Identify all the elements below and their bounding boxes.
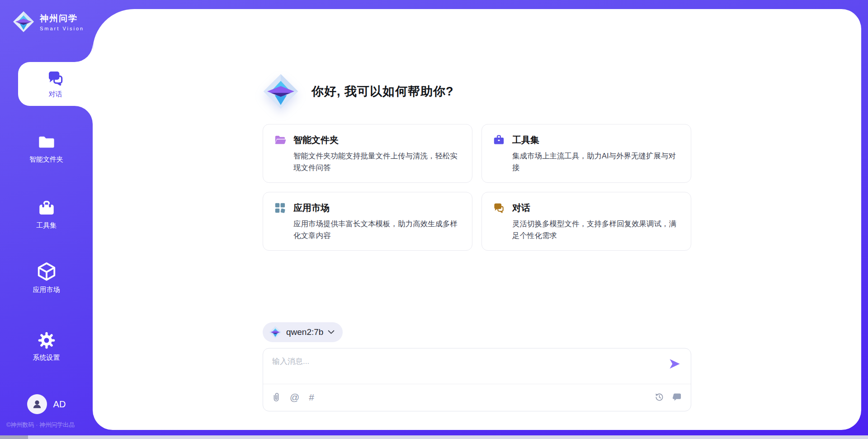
brand-diamond-icon <box>263 73 299 110</box>
card-toolset[interactable]: 工具集 集成市场上主流工具，助力AI与外界无缝扩展与对接 <box>481 124 691 183</box>
card-app-market[interactable]: 应用市场 应用市场提供丰富长文本模板，助力高效生成多样化文章内容 <box>263 192 472 251</box>
sidebar-item-settings[interactable]: 系统设置 <box>0 331 93 362</box>
hash-icon: # <box>309 392 314 402</box>
history-icon <box>655 392 664 402</box>
toolbox-icon <box>37 199 56 218</box>
composer-toolbar: @ # <box>263 383 691 411</box>
sidebar: 神州问学 Smart Vision 对话 智能文件夹 <box>0 0 93 439</box>
greeting-text: 你好, 我可以如何帮助你? <box>311 83 454 100</box>
user-initials: AD <box>53 399 66 410</box>
model-selector[interactable]: qwen2:7b <box>263 322 343 342</box>
copyright-text: ©神州数码 · 神州问学出品 <box>6 421 75 429</box>
card-title: 应用市场 <box>293 202 330 214</box>
sidebar-item-toolset[interactable]: 工具集 <box>0 199 93 230</box>
mention-button[interactable]: @ <box>290 392 299 402</box>
app-name: 神州问学 <box>40 13 84 24</box>
message-input[interactable] <box>263 348 652 381</box>
chat-bubbles-icon <box>493 202 505 214</box>
apps-grid-icon <box>274 202 286 214</box>
hashtag-button[interactable]: # <box>309 392 314 402</box>
briefcase-icon <box>493 134 505 146</box>
model-name: qwen2:7b <box>286 327 323 337</box>
sidebar-item-chat[interactable]: 对话 <box>18 62 93 106</box>
send-icon <box>668 358 681 370</box>
card-description: 集成市场上主流工具，助力AI与外界无缝扩展与对接 <box>512 150 682 173</box>
comment-icon <box>672 392 682 402</box>
sidebar-item-app-market[interactable]: 应用市场 <box>0 261 93 294</box>
sidebar-item-label: 应用市场 <box>33 286 60 294</box>
app-subtitle: Smart Vision <box>40 26 84 31</box>
card-title: 对话 <box>512 202 530 214</box>
tab-fillet-top <box>75 44 93 62</box>
attach-file-button[interactable] <box>272 392 280 402</box>
open-folder-icon <box>274 134 286 146</box>
card-chat[interactable]: 对话 灵活切换多模型文件，支持多样回复效果调试，满足个性化需求 <box>481 192 691 251</box>
person-icon <box>31 398 43 410</box>
greeting-block: 你好, 我可以如何帮助你? <box>263 73 691 110</box>
feedback-button[interactable] <box>672 392 682 402</box>
history-button[interactable] <box>655 392 664 402</box>
card-description: 智能文件夹功能支持批量文件上传与清洗，轻松实现文件问答 <box>293 150 463 173</box>
tab-fillet-bottom <box>75 106 93 124</box>
quick-action-cards: 智能文件夹 智能文件夹功能支持批量文件上传与清洗，轻松实现文件问答 工具集 集成… <box>263 124 691 251</box>
sidebar-item-smart-folder[interactable]: 智能文件夹 <box>0 133 93 164</box>
app-screen: 神州问学 Smart Vision 对话 智能文件夹 <box>0 0 868 439</box>
paperclip-icon <box>272 392 280 402</box>
horizontal-scrollbar[interactable] <box>0 435 868 439</box>
horizontal-scrollbar-thumb[interactable] <box>0 435 28 439</box>
chevron-down-icon <box>328 330 335 334</box>
gear-icon <box>37 331 56 350</box>
folder-icon <box>37 133 56 152</box>
send-button[interactable] <box>668 358 681 370</box>
app-logo: 神州问学 Smart Vision <box>13 11 84 33</box>
avatar <box>27 394 47 414</box>
sidebar-item-label: 工具集 <box>36 221 57 230</box>
mention-icon: @ <box>290 392 299 402</box>
sidebar-item-label: 对话 <box>49 90 62 99</box>
card-description: 应用市场提供丰富长文本模板，助力高效生成多样化文章内容 <box>293 218 463 241</box>
brand-diamond-icon <box>13 11 34 33</box>
user-profile[interactable]: AD <box>0 394 93 414</box>
card-title: 智能文件夹 <box>293 134 339 146</box>
card-description: 灵活切换多模型文件，支持多样回复效果调试，满足个性化需求 <box>512 218 682 241</box>
card-title: 工具集 <box>512 134 539 146</box>
chat-icon <box>47 69 65 87</box>
sidebar-item-label: 智能文件夹 <box>29 155 63 164</box>
card-smart-folder[interactable]: 智能文件夹 智能文件夹功能支持批量文件上传与清洗，轻松实现文件问答 <box>263 124 472 183</box>
message-composer: @ # <box>263 348 691 411</box>
brand-diamond-icon <box>269 326 282 339</box>
cube-icon <box>36 261 57 282</box>
sidebar-item-label: 系统设置 <box>33 353 60 362</box>
main-content: 你好, 我可以如何帮助你? 智能文件夹 智能文件夹功能支持批量文件上传与清洗，轻… <box>93 9 861 430</box>
